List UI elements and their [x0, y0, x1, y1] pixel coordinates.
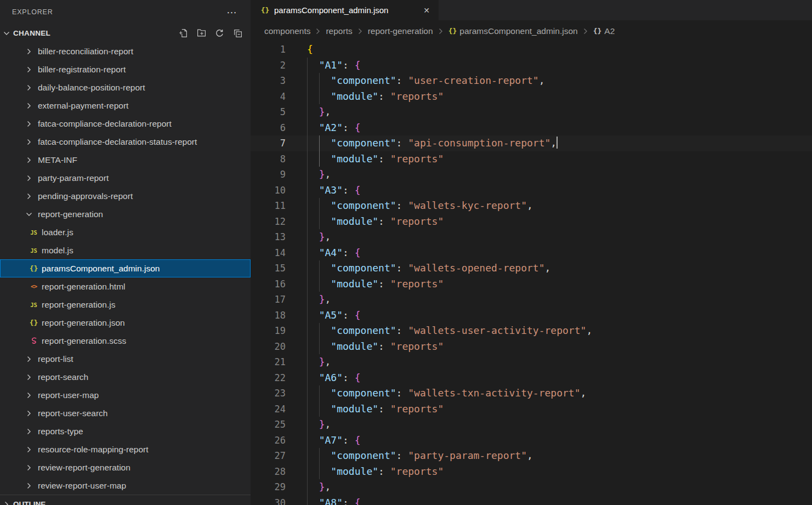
collapse-folders-icon[interactable] [232, 28, 243, 39]
code-line-19[interactable]: 19 "component": "wallets-user-activity-r… [251, 323, 812, 339]
new-file-icon[interactable] [178, 28, 189, 39]
code-line-29[interactable]: 29 }, [251, 479, 812, 495]
tree-folder-fatca-compliance-declaration-status-report[interactable]: fatca-compliance-declaration-status-repo… [0, 133, 251, 151]
breadcrumb-item-components[interactable]: components [264, 26, 310, 36]
line-number: 11 [251, 198, 286, 214]
tree-item-label: review-report-generation [38, 463, 130, 473]
breadcrumb-item-reports[interactable]: reports [326, 26, 352, 36]
tab-paramscomponent-admin-json[interactable]: {} paramsComponent_admin.json ✕ [251, 0, 439, 20]
code-line-text: "component": "user-creation-report", [307, 73, 545, 89]
code-line-4[interactable]: 4 "module": "reports" [251, 89, 812, 105]
indent-guide [319, 448, 320, 464]
tree-folder-report-user-search[interactable]: report-user-search [0, 404, 251, 422]
indent-guide [319, 89, 320, 105]
line-number: 23 [251, 385, 286, 401]
more-actions-icon[interactable]: ⋯ [226, 7, 237, 18]
breadcrumb-item-paramsComponent_admin.json[interactable]: {}paramsComponent_admin.json [448, 26, 578, 36]
code-line-text: "component": "wallets-opened-report", [307, 260, 550, 276]
tree-folder-daily-balance-position-report[interactable]: daily-balance-position-report [0, 78, 251, 97]
code-line-28[interactable]: 28 "module": "reports" [251, 464, 812, 480]
chevron-right-icon [23, 427, 35, 436]
tree-folder-report-user-map[interactable]: report-user-map [0, 386, 251, 404]
tree-item-label: external-payment-report [38, 101, 128, 111]
breadcrumb-item-A2[interactable]: {}A2 [593, 26, 615, 36]
tree-folder-resource-role-mapping-report[interactable]: resource-role-mapping-report [0, 440, 251, 458]
code-line-7[interactable]: 7 "component": "api-consumption-report", [251, 135, 812, 151]
tree-folder-report-generation[interactable]: report-generation [0, 205, 251, 223]
code-line-24[interactable]: 24 "module": "reports" [251, 401, 812, 417]
indent-guide [307, 245, 308, 261]
tree-folder-report-list[interactable]: report-list [0, 350, 251, 368]
tree-item-label: reports-type [38, 427, 83, 436]
indent-guide [307, 385, 308, 401]
code-line-11[interactable]: 11 "component": "wallets-kyc-report", [251, 198, 812, 214]
tree-folder-biller-reconciliation-report[interactable]: biller-reconciliation-report [0, 42, 251, 60]
code-line-22[interactable]: 22 "A6": { [251, 370, 812, 386]
code-line-9[interactable]: 9 }, [251, 167, 812, 183]
tree-item-label: report-search [38, 372, 88, 382]
line-number: 25 [251, 417, 286, 433]
code-line-13[interactable]: 13 }, [251, 229, 812, 245]
tree-folder-biller-registration-report[interactable]: biller-registration-report [0, 60, 251, 78]
code-line-18[interactable]: 18 "A5": { [251, 308, 812, 324]
tree-folder-party-param-report[interactable]: party-param-report [0, 169, 251, 187]
code-line-text: "module": "reports" [307, 464, 444, 480]
tree-file-model.js[interactable]: JSmodel.js [0, 241, 251, 259]
code-line-2[interactable]: 2 "A1": { [251, 58, 812, 73]
indent-guide [307, 214, 308, 230]
outline-section[interactable]: OUTLINE [0, 495, 251, 505]
tree-file-paramsComponent_admin.json[interactable]: {}paramsComponent_admin.json [0, 259, 251, 277]
tree-item-label: biller-registration-report [38, 65, 126, 75]
editor[interactable]: 1{2 "A1": {3 "component": "user-creation… [251, 42, 812, 505]
chevron-right-icon [23, 47, 35, 56]
code-line-8[interactable]: 8 "module": "reports" [251, 151, 812, 167]
breadcrumb-label: report-generation [368, 26, 433, 36]
breadcrumb-item-report-generation[interactable]: report-generation [368, 26, 433, 36]
refresh-icon[interactable] [214, 28, 225, 39]
code-line-15[interactable]: 15 "component": "wallets-opened-report", [251, 260, 812, 276]
breadcrumb-separator-icon [356, 27, 365, 36]
line-number: 7 [251, 135, 286, 151]
indent-guide [319, 339, 320, 355]
tree-folder-reports-type[interactable]: reports-type [0, 422, 251, 440]
code-line-27[interactable]: 27 "component": "party-param-report", [251, 448, 812, 464]
tree-folder-fatca-compliance-declaration-report[interactable]: fatca-compliance-declaration-report [0, 115, 251, 133]
code-line-23[interactable]: 23 "component": "wallets-txn-activity-re… [251, 385, 812, 401]
indent-guide [319, 323, 320, 339]
code-line-6[interactable]: 6 "A2": { [251, 120, 812, 136]
tree-folder-META-INF[interactable]: META-INF [0, 151, 251, 169]
tree-file-report-generation.json[interactable]: {}report-generation.json [0, 314, 251, 332]
tree-file-report-generation.scss[interactable]: report-generation.scss [0, 332, 251, 350]
tree-folder-report-search[interactable]: report-search [0, 368, 251, 386]
tree-file-loader.js[interactable]: JSloader.js [0, 223, 251, 241]
new-folder-icon[interactable] [196, 28, 207, 39]
section-channel[interactable]: CHANNEL [0, 24, 251, 42]
code-line-10[interactable]: 10 "A3": { [251, 183, 812, 198]
code-line-17[interactable]: 17 }, [251, 292, 812, 308]
code-line-1[interactable]: 1{ [251, 42, 812, 58]
code-line-25[interactable]: 25 }, [251, 417, 812, 433]
tree-folder-review-report-generation[interactable]: review-report-generation [0, 458, 251, 476]
section-channel-label: CHANNEL [13, 29, 50, 37]
code-line-12[interactable]: 12 "module": "reports" [251, 214, 812, 230]
line-number: 2 [251, 58, 286, 73]
line-number: 27 [251, 448, 286, 464]
code-line-text: "module": "reports" [307, 214, 444, 230]
tree-item-label: fatca-compliance-declaration-report [38, 119, 172, 129]
tree-file-report-generation.html[interactable]: <>report-generation.html [0, 277, 251, 296]
tree-folder-review-report-user-map[interactable]: review-report-user-map [0, 476, 251, 495]
code-line-5[interactable]: 5 }, [251, 104, 812, 120]
code-line-14[interactable]: 14 "A4": { [251, 245, 812, 261]
close-icon[interactable]: ✕ [421, 5, 432, 16]
chevron-right-icon [23, 409, 35, 418]
tree-folder-pending-approvals-report[interactable]: pending-approvals-report [0, 187, 251, 205]
indent-guide [319, 260, 320, 276]
code-line-30[interactable]: 30 "A8": { [251, 495, 812, 505]
code-line-21[interactable]: 21 }, [251, 354, 812, 370]
tree-folder-external-payment-report[interactable]: external-payment-report [0, 97, 251, 115]
code-line-3[interactable]: 3 "component": "user-creation-report", [251, 73, 812, 89]
code-line-20[interactable]: 20 "module": "reports" [251, 339, 812, 355]
code-line-16[interactable]: 16 "module": "reports" [251, 276, 812, 292]
tree-file-report-generation.js[interactable]: JSreport-generation.js [0, 296, 251, 314]
code-line-26[interactable]: 26 "A7": { [251, 433, 812, 449]
